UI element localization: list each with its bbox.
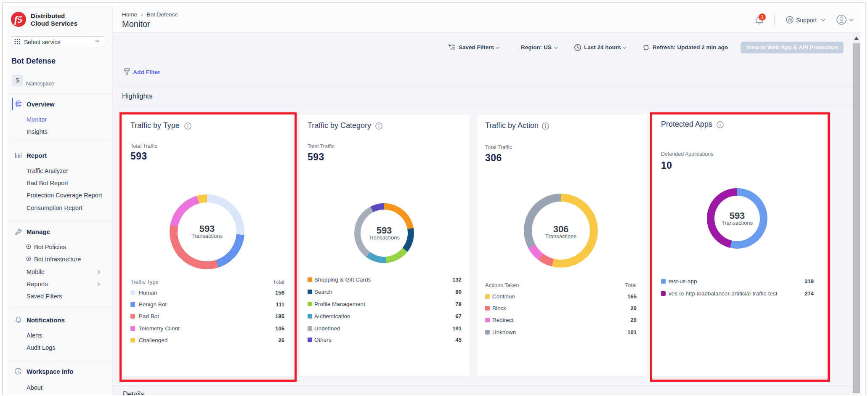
svg-text:@: @ bbox=[787, 17, 792, 22]
svg-text:f5: f5 bbox=[14, 14, 23, 25]
